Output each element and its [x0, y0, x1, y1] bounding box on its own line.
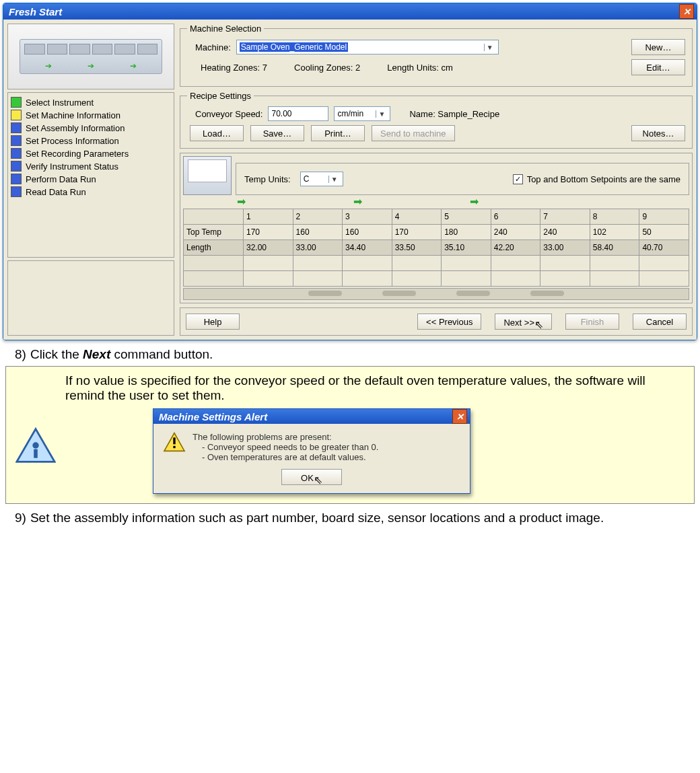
machine-selection-group: Machine Selection Machine: Sample Oven_G…: [180, 24, 693, 87]
wizard-nav: Help << Previous Next >>⇖ Finish Cancel: [180, 307, 693, 336]
arrow-icon: ➔: [45, 61, 52, 71]
wizard-step[interactable]: Perform Data Run: [11, 174, 170, 184]
window-title: Fresh Start: [9, 6, 62, 17]
zone-cell[interactable]: 180: [442, 225, 491, 240]
new-machine-button[interactable]: New…: [631, 39, 685, 55]
zone-cell[interactable]: 33.00: [293, 240, 343, 256]
instruction-8: 8)Click the Next command button.: [15, 347, 693, 362]
zone-cell[interactable]: 35.10: [442, 240, 491, 256]
cursor-icon: ⇖: [314, 474, 322, 486]
zone-area: Temp Units: C ▼ ✓ Top and Bottom Setpoin…: [180, 153, 693, 303]
previous-button[interactable]: << Previous: [417, 314, 481, 330]
step-label: Verify Instrument Status: [26, 161, 118, 172]
wizard-step[interactable]: Set Machine Information: [11, 110, 170, 120]
alert-title: Machine Settings Alert: [159, 411, 267, 422]
next-label: Next >>: [503, 318, 534, 328]
wizard-step[interactable]: Set Recording Parameters: [11, 148, 170, 159]
conveyor-speed-input[interactable]: [268, 106, 328, 121]
zone-header: 9: [639, 209, 689, 225]
horizontal-scrollbar[interactable]: [183, 288, 689, 300]
zone-cell[interactable]: 170: [392, 225, 442, 240]
temp-units-label: Temp Units:: [244, 174, 291, 184]
zone-cell[interactable]: 58.40: [590, 240, 639, 256]
zone-cell[interactable]: 33.50: [392, 240, 442, 256]
svg-point-1: [32, 442, 38, 448]
alert-heading: The following problems are present:: [193, 432, 378, 442]
conveyor-unit-dropdown[interactable]: cm/min ▼: [334, 106, 390, 121]
zone-cell[interactable]: 40.70: [639, 240, 689, 256]
arrow-icon: ➡: [470, 195, 479, 209]
fresh-start-titlebar[interactable]: Fresh Start ✕: [3, 3, 697, 20]
conveyor-label: Conveyor Speed:: [195, 109, 262, 119]
temp-unit-dropdown[interactable]: C ▼: [300, 172, 343, 186]
heating-zones-label: Heating Zones: 7: [201, 63, 267, 73]
send-to-machine-button: Send to machine: [372, 125, 455, 141]
step-status-icon: [11, 135, 22, 146]
svg-rect-5: [173, 446, 175, 448]
cooling-zones-label: Cooling Zones: 2: [294, 63, 360, 73]
note-text: If no value is specified for the conveyo…: [65, 373, 685, 403]
zone-cell[interactable]: 32.00: [244, 240, 293, 256]
zone-cell[interactable]: 34.40: [343, 240, 392, 256]
step-label: Set Machine Information: [26, 110, 120, 120]
cancel-button[interactable]: Cancel: [633, 314, 687, 330]
step-status-icon: [11, 148, 22, 159]
wizard-step[interactable]: Select Instrument: [11, 97, 170, 108]
close-icon[interactable]: ✕: [679, 4, 694, 19]
ok-button[interactable]: OK⇖: [281, 469, 342, 485]
zone-header: 8: [590, 209, 639, 225]
wizard-step[interactable]: Set Assembly Information: [11, 122, 170, 133]
zone-cell[interactable]: 240: [540, 225, 590, 240]
zone-cell[interactable]: 160: [293, 225, 343, 240]
zone-cell[interactable]: 50: [639, 225, 689, 240]
note-box: If no value is specified for the conveyo…: [5, 366, 695, 504]
svg-rect-4: [173, 437, 175, 444]
chevron-down-icon: ▼: [328, 176, 340, 183]
zone-cell[interactable]: 240: [491, 225, 540, 240]
arrow-icon: ➔: [130, 61, 137, 71]
machine-label: Machine:: [195, 42, 231, 52]
fresh-start-window: Fresh Start ✕ ➔➔➔ Select InstrumentSet M…: [3, 3, 697, 340]
next-button[interactable]: Next >>⇖: [495, 314, 552, 330]
arrow-icon: ➡: [237, 195, 246, 209]
machine-value: Sample Oven_Generic Model: [240, 42, 348, 52]
zone-header: 2: [293, 209, 343, 225]
load-button[interactable]: Load…: [190, 125, 244, 141]
conveyor-unit: cm/min: [337, 109, 363, 118]
step-status-icon: [11, 122, 22, 133]
step-label: Set Process Information: [26, 136, 119, 146]
zone-cell[interactable]: 33.00: [540, 240, 590, 256]
step-label: Perform Data Run: [26, 174, 96, 184]
zone-cell[interactable]: 170: [244, 225, 293, 240]
wizard-step[interactable]: Set Process Information: [11, 135, 170, 146]
zone-header: 4: [392, 209, 442, 225]
print-button[interactable]: Print…: [311, 125, 365, 141]
zone-cell[interactable]: 160: [343, 225, 392, 240]
zone-table[interactable]: 123456789Top Temp17016016017018024024010…: [183, 209, 689, 287]
machine-selection-legend: Machine Selection: [187, 24, 264, 34]
step-label: Set Recording Parameters: [26, 149, 129, 159]
length-units-label: Length Units: cm: [387, 63, 453, 73]
save-button[interactable]: Save…: [250, 125, 304, 141]
info-triangle-icon: [15, 427, 56, 464]
warning-icon: [163, 432, 186, 452]
step-status-icon: [11, 161, 22, 172]
close-icon[interactable]: ✕: [452, 409, 467, 424]
finish-button: Finish: [565, 314, 619, 330]
arrow-icon: ➡: [353, 195, 362, 209]
zone-row-header: Length: [184, 240, 244, 256]
edit-machine-button[interactable]: Edit…: [631, 59, 685, 75]
machine-dropdown[interactable]: Sample Oven_Generic Model ▼: [236, 40, 499, 54]
zone-cell[interactable]: 42.20: [491, 240, 540, 256]
notes-button[interactable]: Notes…: [631, 125, 685, 141]
zone-cell[interactable]: 102: [590, 225, 639, 240]
help-button[interactable]: Help: [186, 314, 240, 330]
arrow-icon: ➔: [88, 61, 94, 71]
instruction-9-text: Set the assembly information such as par…: [30, 511, 604, 525]
wizard-step[interactable]: Read Data Run: [11, 186, 170, 197]
step-status-icon: [11, 110, 22, 120]
alert-titlebar[interactable]: Machine Settings Alert ✕: [153, 409, 470, 424]
wizard-step[interactable]: Verify Instrument Status: [11, 161, 170, 172]
wizard-steps-list: Select InstrumentSet Machine Information…: [7, 92, 174, 258]
same-setpoints-checkbox[interactable]: ✓: [513, 174, 523, 184]
